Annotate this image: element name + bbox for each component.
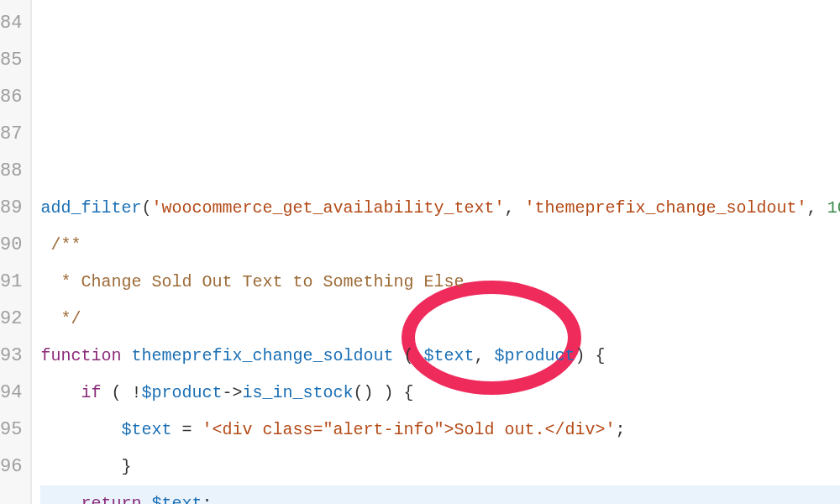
line-number: 93 xyxy=(0,338,22,375)
code-line[interactable]: */ xyxy=(40,301,840,338)
code-line[interactable]: * Change Sold Out Text to Something Else xyxy=(40,264,840,301)
code-line[interactable]: add_filter('woocommerce_get_availability… xyxy=(40,190,840,227)
code-token: $text xyxy=(151,494,202,504)
code-token xyxy=(40,494,81,504)
code-token: function xyxy=(40,346,121,365)
code-token: } xyxy=(40,457,131,476)
code-token: ( ! xyxy=(101,383,141,402)
code-token xyxy=(40,235,50,255)
code-token: */ xyxy=(60,309,81,328)
code-line[interactable] xyxy=(40,153,840,190)
code-token: themeprefix_change_soldout xyxy=(131,346,393,365)
code-token: '<div class="alert-info">Sold out.</div>… xyxy=(202,420,615,439)
code-token xyxy=(40,309,60,328)
code-token: $text xyxy=(424,346,475,365)
code-token: () ) { xyxy=(354,383,414,402)
code-line[interactable]: /** xyxy=(40,227,840,264)
code-token: /** xyxy=(50,235,81,255)
code-line[interactable]: function themeprefix_change_soldout ( $t… xyxy=(40,338,840,375)
code-token: $text xyxy=(121,420,171,439)
code-token: is_in_stock xyxy=(242,383,353,402)
code-token: , xyxy=(807,198,827,218)
code-token: add_filter xyxy=(40,198,141,218)
code-line[interactable]: } xyxy=(40,449,840,486)
code-token: 10 xyxy=(827,198,840,218)
code-content-area[interactable]: add_filter('woocommerce_get_availability… xyxy=(32,0,840,504)
code-line[interactable]: $text = '<div class="alert-info">Sold ou… xyxy=(40,412,840,449)
line-number: 86 xyxy=(0,79,22,116)
code-token xyxy=(40,383,81,402)
code-token xyxy=(40,272,60,291)
code-line[interactable]: return $text; xyxy=(40,486,840,504)
line-number: 87 xyxy=(0,116,22,153)
code-line[interactable]: if ( !$product->is_in_stock() ) { xyxy=(40,375,840,412)
code-editor[interactable]: 84858687888990919293949596 add_filter('w… xyxy=(0,0,840,504)
code-token: ( xyxy=(141,198,151,218)
line-number: 91 xyxy=(0,264,22,301)
line-number: 88 xyxy=(0,153,22,190)
code-token: ; xyxy=(202,494,212,504)
code-token xyxy=(141,494,151,504)
code-token: -> xyxy=(222,383,242,402)
code-token: if xyxy=(81,383,101,402)
code-token: , xyxy=(475,346,495,365)
code-token xyxy=(40,420,121,439)
line-number: 92 xyxy=(0,301,22,338)
code-token: = xyxy=(171,420,202,439)
code-token: 'woocommerce_get_availability_text' xyxy=(151,198,504,218)
line-number: 90 xyxy=(0,227,22,264)
code-token: 'themeprefix_change_soldout' xyxy=(525,198,807,218)
code-token: $product xyxy=(495,346,575,365)
code-token: ; xyxy=(616,420,626,439)
line-number: 96 xyxy=(0,449,22,486)
line-number: 89 xyxy=(0,190,22,227)
line-number: 95 xyxy=(0,412,22,449)
line-number-gutter: 84858687888990919293949596 xyxy=(0,0,32,504)
code-token xyxy=(121,346,131,365)
line-number: 85 xyxy=(0,42,22,79)
code-token: return xyxy=(81,494,141,504)
code-token: ) { xyxy=(575,346,606,365)
code-token: ( xyxy=(394,346,424,365)
code-line[interactable] xyxy=(40,116,840,153)
code-token: , xyxy=(505,198,525,218)
code-token: * Change Sold Out Text to Something Else xyxy=(60,272,464,291)
line-number: 84 xyxy=(0,5,22,42)
line-number: 94 xyxy=(0,375,22,412)
code-token: $product xyxy=(141,383,222,402)
